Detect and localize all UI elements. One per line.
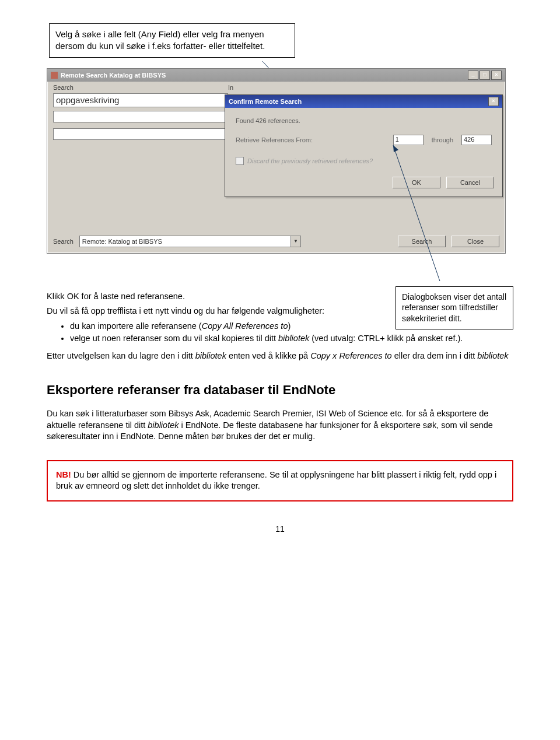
nb-label: NB! [56, 470, 71, 479]
search-label: Search [53, 84, 228, 91]
para-etter-utvelgelsen: Etter utvelgelsen kan du lagre den i dit… [47, 350, 513, 362]
remote-dropdown[interactable]: Remote: Katalog at BIBSYS▼ [79, 236, 301, 247]
minimize-button[interactable]: _ [468, 71, 478, 80]
maximize-button[interactable]: □ [480, 71, 490, 80]
through-input[interactable]: 426 [461, 135, 492, 145]
window-title: Remote Search Katalog at BIBSYS [61, 72, 166, 79]
ok-button[interactable]: OK [393, 177, 440, 188]
search-input-3[interactable] [53, 128, 228, 140]
discard-label: Discard the previously retrieved referen… [247, 157, 373, 164]
discard-checkbox[interactable] [236, 157, 244, 165]
dialog-title: Confirm Remote Search [229, 98, 302, 105]
para-eksportere: Du kan søk i litteraturbaser som Bibsys … [47, 408, 513, 443]
callout-top: Velg å søke i alle felt (Any Field) elle… [49, 23, 295, 58]
retrieve-label: Retrieve References From: [236, 136, 313, 143]
bottom-search-label: Search [53, 238, 74, 245]
search-input-2[interactable] [53, 111, 228, 122]
dialog-close-button[interactable]: × [488, 97, 499, 106]
app-icon [51, 72, 58, 79]
close-button[interactable]: × [491, 71, 502, 80]
confirm-dialog: Confirm Remote Search × Found 426 refere… [225, 94, 503, 197]
dialog-titlebar: Confirm Remote Search × [225, 95, 502, 108]
found-text: Found 426 references. [236, 117, 492, 124]
page-number: 11 [47, 524, 513, 535]
titlebar: Remote Search Katalog at BIBSYS _ □ × [47, 69, 505, 82]
search-input[interactable]: oppgaveskriving [53, 93, 228, 107]
close-search-button[interactable]: Close [452, 236, 499, 247]
screenshot-container: Remote Search Katalog at BIBSYS _ □ × Se… [47, 68, 513, 278]
from-input[interactable]: 1 [393, 135, 424, 145]
callout-right: Dialogboksen viser det antall referanser… [396, 286, 513, 330]
chevron-down-icon: ▼ [290, 236, 300, 247]
search-button[interactable]: Search [398, 236, 446, 247]
list-item: velge ut noen referanser som du vil skal… [70, 333, 513, 345]
nb-text: Du bør alltid se gjennom de importerte r… [56, 470, 496, 491]
cancel-button[interactable]: Cancel [446, 177, 494, 188]
in-label: In [228, 84, 233, 91]
through-label: through [432, 136, 453, 143]
warning-box: NB! Du bør alltid se gjennom de importer… [47, 460, 513, 501]
section-heading: Eksportere referanser fra databaser til … [47, 381, 513, 399]
